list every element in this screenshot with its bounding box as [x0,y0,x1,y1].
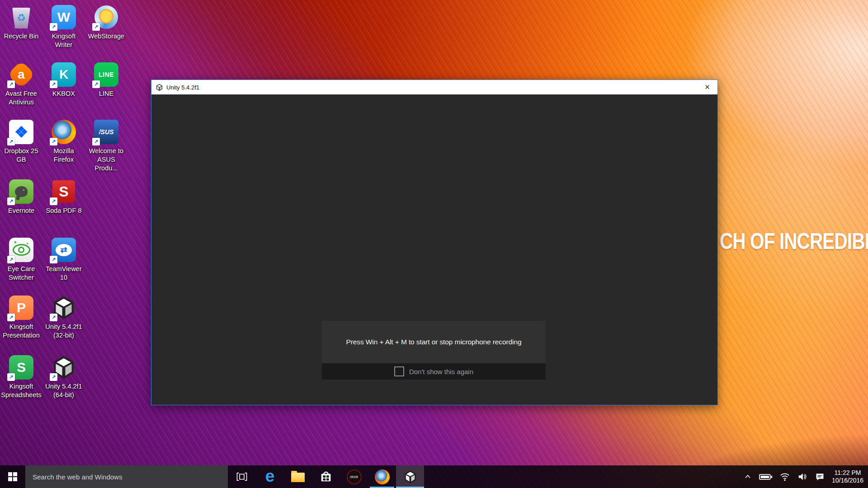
desktop-icon-webstorage[interactable]: ↗ WebStorage [85,5,127,41]
unity-window-content: Press Win + Alt + M to start or stop mic… [151,94,717,405]
desktop-icon-label: TeamViewer 10 [46,265,82,282]
desktop-icon-asus-welcome[interactable]: /SUS ↗ Welcome to ASUS Produ... [85,119,127,173]
wifi-icon[interactable] [779,472,790,481]
desktop-icon-recycle-bin[interactable]: ♻ Recycle Bin [0,5,42,41]
desktop-icon-label: Evernote [8,206,34,215]
search-placeholder: Search the web and Windows [33,473,122,481]
desktop-icon-label: Avast Free Antivirus [5,89,37,107]
shortcut-arrow-icon: ↗ [50,138,57,145]
file-explorer-icon [291,473,305,482]
desktop-icon-label: Soda PDF 8 [46,206,82,215]
taskbar-firefox-button[interactable] [368,465,396,488]
unity-window-titlebar[interactable]: Unity 5.4.2f1 ✕ [151,80,717,94]
asus-icon: /SUS [347,469,362,484]
desktop-icon-eye-care[interactable]: ↗ Eye Care Switcher [0,237,42,282]
desktop-icon-evernote[interactable]: ↗ Evernote [0,179,42,215]
taskbar-asus-button[interactable]: /SUS [340,465,368,488]
desktop-icon-label: Unity 5.4.2f1 (32-bit) [45,323,82,340]
taskbar: Search the web and Windows e [0,465,868,488]
desktop-icon-unity-64[interactable]: ↗ Unity 5.4.2f1 (64-bit) [42,355,85,399]
desktop-icon-firefox[interactable]: ↗ Mozilla Firefox [42,119,85,164]
taskbar-edge-button[interactable]: e [256,465,284,488]
unity-icon [403,470,417,484]
microphone-overlay-message: Press Win + Alt + M to start or stop mic… [322,321,546,363]
desktop-icon-label: Recycle Bin [4,32,39,41]
start-button[interactable] [0,465,25,488]
desktop-icon-soda-pdf[interactable]: S ↗ Soda PDF 8 [42,179,85,215]
task-view-icon [236,471,248,483]
edge-icon: e [265,468,275,484]
desktop-icon-kingsoft-spreadsheets[interactable]: S ↗ Kingsoft Spreadsheets [0,355,42,399]
shortcut-arrow-icon: ↗ [50,23,57,31]
shortcut-arrow-icon: ↗ [50,80,57,88]
desktop-icon-teamviewer[interactable]: ⇄ ↗ TeamViewer 10 [42,237,85,282]
desktop-icon-label: KKBOX [52,89,75,98]
unity-window: Unity 5.4.2f1 ✕ Press Win + Alt + M to s… [151,80,718,405]
desktop-icon-kingsoft-presentation[interactable]: P ↗ Kingsoft Presentation [0,295,42,340]
shortcut-arrow-icon: ↗ [92,80,100,88]
taskbar-file-explorer-button[interactable] [284,465,312,488]
tray-time: 11:22 PM [835,469,861,477]
taskbar-store-button[interactable] [312,465,340,488]
shortcut-arrow-icon: ↗ [50,197,57,205]
desktop-icon-label: WebStorage [88,32,124,41]
volume-icon[interactable] [797,472,808,482]
shortcut-arrow-icon: ↗ [92,138,100,145]
shortcut-arrow-icon: ↗ [50,373,57,381]
desktop-icon-label: Kingsoft Spreadsheets [1,382,41,399]
desktop: CH OF INCREDIBLE ♻ Recycle Bin W ↗ Kings… [0,0,868,488]
hidden-icons-chevron[interactable] [743,472,752,481]
shortcut-arrow-icon: ↗ [7,138,15,145]
microphone-overlay-strip: Don't show this again [322,363,546,380]
shortcut-arrow-icon: ↗ [7,256,15,263]
desktop-icon-kkbox[interactable]: K ↗ KKBOX [42,62,85,98]
microphone-overlay: Press Win + Alt + M to start or stop mic… [322,321,546,380]
desktop-icon-unity-32[interactable]: ↗ Unity 5.4.2f1 (32-bit) [42,295,85,340]
desktop-icon-line[interactable]: LINE ↗ LINE [85,62,127,98]
wallpaper-slogan: CH OF INCREDIBLE [720,228,868,254]
tray-date: 10/16/2016 [832,477,863,484]
desktop-icon-label: Kingsoft Writer [52,32,75,49]
shortcut-arrow-icon: ↗ [50,314,57,321]
desktop-icon-kingsoft-writer[interactable]: W ↗ Kingsoft Writer [42,5,85,49]
desktop-icon-label: LINE [99,89,113,98]
desktop-icon-label: Mozilla Firefox [53,147,74,164]
desktop-icon-dropbox[interactable]: ❖ ↗ Dropbox 25 GB [0,119,42,164]
close-icon[interactable]: ✕ [697,80,717,94]
recycle-bin-icon: ♻ [12,8,30,28]
shortcut-arrow-icon: ↗ [50,256,57,263]
unity-logo-icon [156,84,163,91]
taskbar-clock[interactable]: 11:22 PM 10/16/2016 [832,469,863,484]
dont-show-again-checkbox[interactable] [394,366,404,376]
shortcut-arrow-icon: ↗ [7,314,15,321]
windows-logo-icon [8,472,12,476]
taskbar-unity-button[interactable] [396,465,424,488]
desktop-icon-avast[interactable]: a ↗ Avast Free Antivirus [0,62,42,107]
shortcut-arrow-icon: ↗ [7,80,15,88]
desktop-icon-label: Eye Care Switcher [8,265,35,282]
shortcut-arrow-icon: ↗ [92,23,100,31]
firefox-icon [375,469,390,484]
desktop-icon-label: Welcome to ASUS Produ... [85,147,127,173]
shortcut-arrow-icon: ↗ [7,373,15,381]
system-tray: 11:22 PM 10/16/2016 [743,465,868,488]
search-input[interactable]: Search the web and Windows [25,465,228,488]
store-icon [319,470,333,483]
desktop-icon-label: Kingsoft Presentation [3,323,39,340]
shortcut-arrow-icon: ↗ [7,197,15,205]
battery-icon[interactable] [759,473,773,481]
dont-show-again-label[interactable]: Don't show this again [409,368,473,375]
desktop-icon-label: Dropbox 25 GB [5,147,38,164]
window-title: Unity 5.4.2f1 [166,84,697,91]
desktop-icon-label: Unity 5.4.2f1 (64-bit) [45,382,82,399]
action-center-icon[interactable] [815,472,825,482]
taskbar-task-view-button[interactable] [228,465,256,488]
